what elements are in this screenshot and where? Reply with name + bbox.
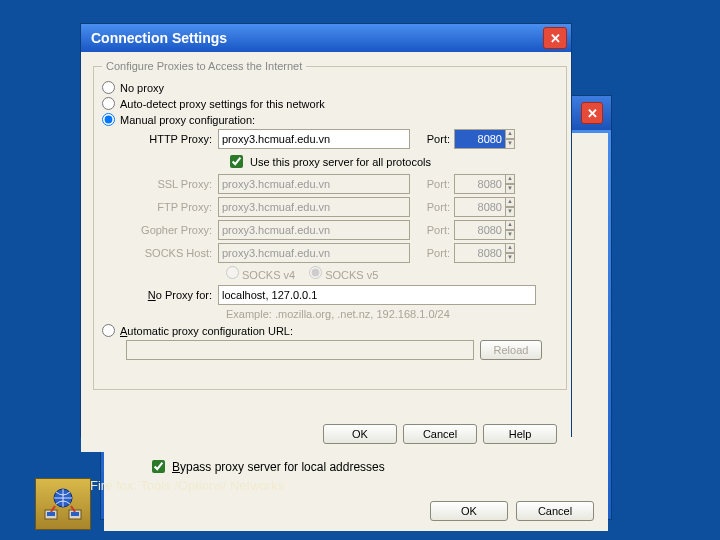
- noproxy-input[interactable]: [218, 285, 536, 305]
- conn-body: Configure Proxies to Access the Internet…: [81, 52, 571, 452]
- gopher-row: Gopher Proxy: Port: ▲▼: [120, 220, 558, 240]
- lan-ok-button[interactable]: OK: [430, 501, 508, 521]
- ssl-port-spinner: ▲▼: [505, 174, 515, 194]
- ssl-host-input: [218, 174, 410, 194]
- bypass-checkbox-row[interactable]: BBypass proxy server for local addresses…: [148, 457, 385, 476]
- auto-url-row: Reload: [120, 340, 558, 360]
- socks-port-label: Port:: [410, 247, 454, 259]
- svg-rect-2: [47, 512, 55, 516]
- conn-titlebar[interactable]: Connection Settings ✕: [81, 24, 571, 52]
- manual-section: HTTP Proxy: Port: ▲▼ Use this proxy serv…: [120, 129, 558, 320]
- ftp-port-spinner: ▲▼: [505, 197, 515, 217]
- socks-version-row: SOCKS v4 SOCKS v5: [226, 266, 558, 281]
- use-all-checkbox[interactable]: [230, 155, 243, 168]
- group-legend: Configure Proxies to Access the Internet: [102, 60, 306, 72]
- lan-close-button[interactable]: ✕: [581, 102, 603, 124]
- radio-auto-url-label: Automatic proxy configuration URL:: [120, 325, 293, 337]
- lan-button-row: OK Cancel: [430, 501, 594, 521]
- radio-auto-detect-input[interactable]: [102, 97, 115, 110]
- gopher-port-spinner: ▲▼: [505, 220, 515, 240]
- ftp-host-input: [218, 197, 410, 217]
- use-all-label: Use this proxy server for all protocols: [250, 156, 431, 168]
- proxy-group: Configure Proxies to Access the Internet…: [93, 60, 567, 390]
- http-port-input[interactable]: [454, 129, 506, 149]
- socks-port-spinner: ▲▼: [505, 243, 515, 263]
- socks-v4-radio: SOCKS v4: [226, 266, 295, 281]
- svg-rect-4: [71, 512, 79, 516]
- connection-settings-dialog: Connection Settings ✕ Configure Proxies …: [80, 23, 572, 437]
- ftp-label: FTP Proxy:: [120, 201, 218, 213]
- bypass-label: BBypass proxy server for local addresses…: [172, 460, 385, 474]
- http-port-label: Port:: [410, 133, 454, 145]
- use-all-checkbox-row[interactable]: Use this proxy server for all protocols: [226, 152, 558, 171]
- socks-host-input: [218, 243, 410, 263]
- radio-no-proxy[interactable]: No proxy: [102, 81, 558, 94]
- radio-manual-label: Manual proxy configuration:: [120, 114, 255, 126]
- cancel-button[interactable]: Cancel: [403, 424, 477, 444]
- lan-cancel-button[interactable]: Cancel: [516, 501, 594, 521]
- ssl-row: SSL Proxy: Port: ▲▼: [120, 174, 558, 194]
- network-icon: [35, 478, 91, 530]
- socks-port-input: [454, 243, 506, 263]
- radio-manual-input[interactable]: [102, 113, 115, 126]
- radio-auto-url[interactable]: Automatic proxy configuration URL:: [102, 324, 558, 337]
- http-label: HTTP Proxy:: [120, 133, 218, 145]
- ftp-port-input: [454, 197, 506, 217]
- close-button[interactable]: ✕: [543, 27, 567, 49]
- gopher-port-label: Port:: [410, 224, 454, 236]
- gopher-host-input: [218, 220, 410, 240]
- help-button[interactable]: Help: [483, 424, 557, 444]
- socks-v5-radio: SOCKS v5: [309, 266, 378, 281]
- noproxy-label: No Proxy for:: [120, 289, 218, 301]
- ftp-port-label: Port:: [410, 201, 454, 213]
- ssl-label: SSL Proxy:: [120, 178, 218, 190]
- noproxy-row: No Proxy for:: [120, 285, 558, 305]
- ok-button[interactable]: OK: [323, 424, 397, 444]
- http-host-input[interactable]: [218, 129, 410, 149]
- socks-row: SOCKS Host: Port: ▲▼: [120, 243, 558, 263]
- radio-auto-detect-label: Auto-detect proxy settings for this netw…: [120, 98, 325, 110]
- radio-manual[interactable]: Manual proxy configuration:: [102, 113, 558, 126]
- reload-button: Reload: [480, 340, 542, 360]
- gopher-port-input: [454, 220, 506, 240]
- ssl-port-label: Port:: [410, 178, 454, 190]
- radio-no-proxy-input[interactable]: [102, 81, 115, 94]
- gopher-label: Gopher Proxy:: [120, 224, 218, 236]
- conn-button-row: OK Cancel Help: [323, 424, 557, 444]
- http-row: HTTP Proxy: Port: ▲▼: [120, 129, 558, 149]
- slide-caption: Fire fox: Tools /Options/ Networks: [90, 478, 284, 493]
- bypass-checkbox[interactable]: [152, 460, 165, 473]
- ftp-row: FTP Proxy: Port: ▲▼: [120, 197, 558, 217]
- radio-auto-detect[interactable]: Auto-detect proxy settings for this netw…: [102, 97, 558, 110]
- socks-label: SOCKS Host:: [120, 247, 218, 259]
- noproxy-example: Example: .mozilla.org, .net.nz, 192.168.…: [226, 308, 558, 320]
- ssl-port-input: [454, 174, 506, 194]
- conn-title: Connection Settings: [91, 30, 227, 46]
- http-port-spinner[interactable]: ▲▼: [505, 129, 515, 149]
- radio-no-proxy-label: No proxy: [120, 82, 164, 94]
- auto-url-input: [126, 340, 474, 360]
- radio-auto-url-input[interactable]: [102, 324, 115, 337]
